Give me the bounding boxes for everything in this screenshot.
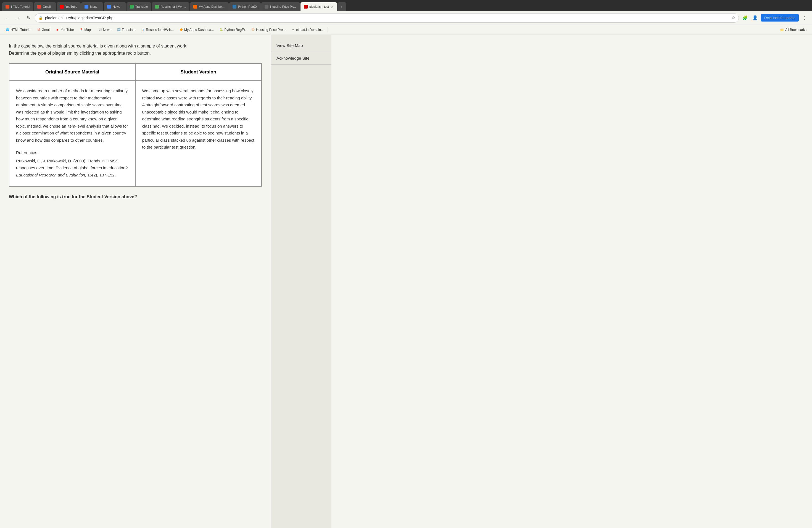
col2-content: We came up with several methods for asse… <box>135 80 262 187</box>
tab-label: News <box>113 5 120 8</box>
bookmark-etihad[interactable]: ✈ etihad.in Domain... <box>289 27 326 33</box>
bookmark-label: Translate <box>122 28 135 32</box>
bookmark-label: Gmail <box>42 28 50 32</box>
housing-favicon: 🏠 <box>251 28 255 32</box>
extensions-button[interactable]: 🧩 <box>741 14 749 22</box>
bookmark-maps[interactable]: 📍 Maps <box>77 27 95 33</box>
reference-end: 15(2), 137-152. <box>88 173 116 177</box>
bookmark-apps[interactable]: 🔶 My Apps Dashboa... <box>177 27 216 33</box>
sidebar-item-acknowledge-site[interactable]: Acknowledge Site <box>271 52 331 64</box>
bookmark-gmail[interactable]: M Gmail <box>34 27 53 33</box>
view-site-map-label: View Site Map <box>276 43 303 48</box>
tab-label: Housing Price Pre... <box>270 5 296 8</box>
bookmark-label: My Apps Dashboa... <box>184 28 214 32</box>
bookmark-separator <box>328 27 328 33</box>
bookmark-news[interactable]: 📰 News <box>96 27 114 33</box>
tab-label: Gmail <box>43 5 51 8</box>
tab-apps[interactable]: My Apps Dashboa... <box>190 2 229 11</box>
bookmarks-bar: 🌐 HTML Tutorial M Gmail ▶ YouTube 📍 Maps… <box>0 25 812 35</box>
tab-favicon <box>107 5 111 9</box>
tab-favicon <box>265 5 269 9</box>
gmail-favicon: M <box>37 28 41 32</box>
col2-body-text: We came up with several methods for asse… <box>142 87 255 151</box>
all-bookmarks-button[interactable]: 📁 All Bookmarks <box>778 27 809 33</box>
profile-button[interactable]: 👤 <box>751 14 759 22</box>
tab-youtube[interactable]: YouTube <box>57 2 81 11</box>
tab-favicon <box>37 5 41 9</box>
reload-button[interactable]: ↻ <box>24 14 33 22</box>
back-button[interactable]: ← <box>3 14 12 22</box>
forward-button[interactable]: → <box>14 14 22 22</box>
bookmark-label: YouTube <box>61 28 74 32</box>
main-content: In the case below, the original source m… <box>0 35 271 528</box>
bookmark-youtube[interactable]: ▶ YouTube <box>54 27 76 33</box>
tab-html-tutorial[interactable]: HTML Tutorial <box>2 2 33 11</box>
tab-close-icon[interactable]: ✕ <box>331 5 334 9</box>
tab-gmail[interactable]: Gmail <box>34 2 56 11</box>
tab-favicon <box>304 5 308 9</box>
sidebar: View Site Map Acknowledge Site <box>271 35 331 528</box>
sidebar-item-view-site-map[interactable]: View Site Map <box>271 39 331 52</box>
tab-label: Maps <box>90 5 98 8</box>
bookmarks-folder-icon: 📁 <box>780 28 784 32</box>
tab-python[interactable]: Python RegEx <box>229 2 261 11</box>
reference-main: Rutkowski, L., & Rutkowski, D. (2009). T… <box>16 159 128 171</box>
acknowledge-site-label: Acknowledge Site <box>276 56 309 60</box>
col1-body-text: We considered a number of methods for me… <box>16 87 129 144</box>
apps-favicon: 🔶 <box>179 28 183 32</box>
bookmark-label: Housing Price Pre... <box>256 28 286 32</box>
tab-label: YouTube <box>66 5 77 8</box>
reference-italic: Educational Research and Evaluation, <box>16 173 86 177</box>
tab-bar: HTML Tutorial Gmail YouTube Maps News Tr… <box>0 0 812 11</box>
security-icon: 🔒 <box>39 16 43 20</box>
page-wrapper: In the case below, the original source m… <box>0 35 812 528</box>
question-text: Which of the following is true for the S… <box>9 194 253 200</box>
maps-favicon: 📍 <box>79 28 83 32</box>
browser-chrome: HTML Tutorial Gmail YouTube Maps News Tr… <box>0 0 812 35</box>
html-tutorial-favicon: 🌐 <box>5 28 10 32</box>
nav-bar: ← → ↻ 🔒 plagiarism.iu.edu/plagiarismTest… <box>0 11 812 25</box>
all-bookmarks-label: All Bookmarks <box>785 28 807 32</box>
intro-line2: Determine the type of plagiarism by clic… <box>9 51 151 56</box>
tab-label: My Apps Dashboa... <box>199 5 226 8</box>
bookmark-label: News <box>103 28 111 32</box>
results-favicon: 📊 <box>141 28 145 32</box>
python-favicon: 🐍 <box>219 28 223 32</box>
tab-favicon <box>60 5 64 9</box>
address-bar-container: 🔒 plagiarism.iu.edu/plagiarismTestGR.php… <box>35 13 739 23</box>
tab-maps[interactable]: Maps <box>81 2 103 11</box>
question-section: Which of the following is true for the S… <box>9 187 262 206</box>
bookmark-housing[interactable]: 🏠 Housing Price Pre... <box>249 27 288 33</box>
tab-new[interactable]: ＋ <box>337 2 346 11</box>
references-header: References: <box>16 149 129 156</box>
new-tab-icon: ＋ <box>340 4 343 9</box>
bookmark-python[interactable]: 🐍 Python RegEx <box>217 27 248 33</box>
address-bar[interactable]: plagiarism.iu.edu/plagiarismTestGR.php <box>45 16 729 20</box>
tab-housing[interactable]: Housing Price Pre... <box>261 2 300 11</box>
tab-favicon <box>85 5 88 9</box>
bookmark-results[interactable]: 📊 Results for HW4:... <box>139 27 176 33</box>
reference-text: Rutkowski, L., & Rutkowski, D. (2009). T… <box>16 157 129 179</box>
bookmark-translate[interactable]: 🔤 Translate <box>115 27 138 33</box>
menu-button[interactable]: ⋮ <box>800 14 809 22</box>
translate-favicon: 🔤 <box>117 28 121 32</box>
comparison-table: Original Source Material Student Version… <box>9 63 262 187</box>
relaunch-button[interactable]: Relaunch to update <box>761 14 799 21</box>
tab-label: HTML Tutorial <box>11 5 30 8</box>
col2-header: Student Version <box>135 63 262 80</box>
news-favicon: 📰 <box>98 28 102 32</box>
bookmark-label: etihad.in Domain... <box>296 28 324 32</box>
tab-results[interactable]: Results for HW4:... <box>151 2 189 11</box>
tab-favicon <box>5 5 10 9</box>
nav-actions: 🧩 👤 Relaunch to update ⋮ <box>741 14 809 22</box>
tab-label: Translate <box>135 5 148 8</box>
tab-translate[interactable]: Translate <box>127 2 151 11</box>
tab-news[interactable]: News <box>104 2 126 11</box>
intro-line1: In the case below, the original source m… <box>9 44 188 48</box>
tab-plagiarism[interactable]: plagiarism test ✕ <box>301 2 337 11</box>
col1-header: Original Source Material <box>9 63 135 80</box>
bookmark-html-tutorial[interactable]: 🌐 HTML Tutorial <box>3 27 33 33</box>
col1-content: We considered a number of methods for me… <box>9 80 135 187</box>
bookmark-label: Python RegEx <box>224 28 246 32</box>
bookmark-star-icon[interactable]: ☆ <box>731 15 735 20</box>
